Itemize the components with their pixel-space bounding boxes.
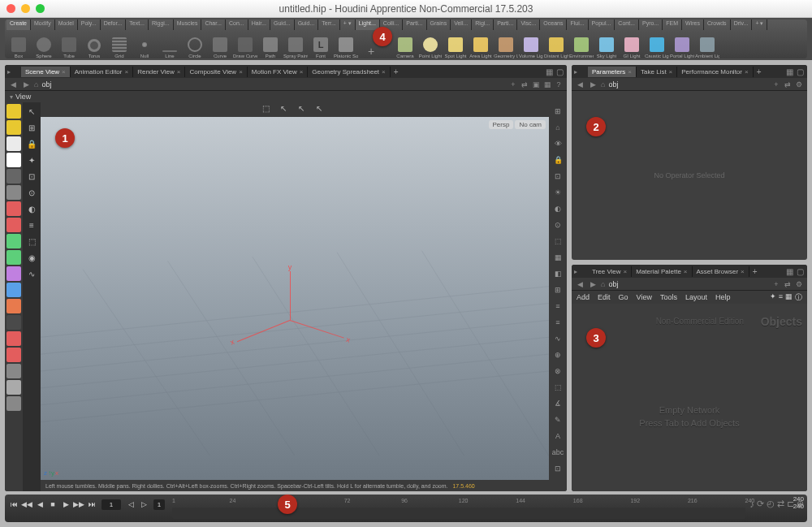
snap-tool-9[interactable]: ◉: [24, 250, 39, 265]
forward-button[interactable]: ▶: [21, 80, 31, 89]
first-frame-button[interactable]: ⏮: [8, 499, 19, 510]
pane-menu-icon[interactable]: ▦: [786, 267, 793, 276]
shelf-tool-distant-light[interactable]: Distant Light: [544, 32, 568, 58]
back-button[interactable]: ◀: [575, 279, 585, 289]
close-icon[interactable]: ×: [628, 68, 632, 76]
prev-frame-button[interactable]: ◀◀: [21, 499, 32, 510]
display-opt-12[interactable]: ≡: [551, 299, 565, 313]
left-tool-17[interactable]: [6, 380, 21, 395]
display-opt-8[interactable]: ⬚: [551, 234, 565, 248]
minimize-icon[interactable]: [21, 4, 30, 13]
shelf-tool-portal-light[interactable]: Portal Light: [670, 32, 694, 58]
snap-tool-4[interactable]: ⊡: [24, 169, 39, 184]
shelf-tool-environment-light[interactable]: Environment Light: [569, 32, 594, 58]
stop-button[interactable]: ■: [47, 499, 58, 510]
shelf-tab[interactable]: Guid...: [295, 19, 319, 30]
params-path[interactable]: obj: [608, 80, 618, 89]
display-opt-13[interactable]: ≡: [551, 315, 565, 330]
close-icon[interactable]: ×: [239, 68, 243, 76]
display-opt-2[interactable]: 👁: [551, 136, 565, 151]
snap-tool-7[interactable]: ≡: [24, 218, 39, 232]
display-opt-7[interactable]: ⊙: [551, 218, 565, 232]
shelf-tab[interactable]: Modify: [31, 19, 55, 30]
shelf-tab[interactable]: Rigi...: [472, 19, 494, 30]
next-frame-button[interactable]: ▶▶: [73, 499, 84, 510]
shelf-tool-spray-paint[interactable]: Spray Paint: [283, 32, 308, 58]
display-opt-3[interactable]: 🔒: [551, 153, 565, 167]
shelf-tab[interactable]: Popul...: [589, 19, 615, 30]
render-icon[interactable]: ▣: [531, 80, 541, 89]
shelf-tab[interactable]: Text...: [126, 19, 149, 30]
left-tool-14[interactable]: [6, 331, 21, 346]
pane-max-icon[interactable]: ▢: [797, 267, 804, 276]
left-tool-2[interactable]: [6, 136, 21, 151]
close-icon[interactable]: ×: [684, 268, 688, 275]
shelf-tab[interactable]: Driv...: [731, 19, 753, 30]
left-tool-5[interactable]: [6, 185, 21, 200]
display-opt-18[interactable]: ∡: [551, 396, 565, 411]
pin-icon[interactable]: +: [508, 80, 518, 89]
close-icon[interactable]: ×: [669, 68, 673, 76]
display-opt-15[interactable]: ⊕: [551, 348, 565, 362]
left-tool-11[interactable]: [6, 283, 21, 297]
snap-tool-2[interactable]: 🔒: [24, 136, 39, 151]
shelf-tab[interactable]: Oceans: [540, 19, 567, 30]
shelf-add-icon[interactable]: + ▾: [752, 19, 767, 30]
left-tool-15[interactable]: [6, 348, 21, 362]
shelf-tab[interactable]: Muscles: [174, 19, 202, 30]
shelf-tab[interactable]: Vell...: [451, 19, 472, 30]
viewport[interactable]: Persp No cam z↑yx: [41, 117, 549, 480]
display-opt-16[interactable]: ⊗: [551, 364, 565, 378]
snap-tool-8[interactable]: ⬚: [24, 234, 39, 248]
display-opt-11[interactable]: ⊞: [551, 283, 565, 297]
link-icon[interactable]: ⇄: [783, 80, 793, 89]
tab-scene-view[interactable]: Scene View×: [21, 67, 71, 77]
clock-icon[interactable]: ◴: [767, 499, 775, 509]
shelf-tool-ambient-light[interactable]: Ambient Light: [695, 32, 719, 58]
display-opt-1[interactable]: ⌂: [551, 120, 565, 135]
display-opt-0[interactable]: ⊞: [551, 104, 565, 119]
back-button[interactable]: ◀: [8, 80, 18, 89]
tab-arrow-icon[interactable]: ▸: [7, 66, 19, 77]
snap-tool-3[interactable]: ✦: [24, 153, 39, 167]
left-tool-10[interactable]: [6, 266, 21, 281]
play-button[interactable]: ▶: [60, 499, 71, 510]
gear-icon[interactable]: ⚙: [794, 80, 804, 89]
shelf-tool-circle[interactable]: Circle: [183, 32, 207, 58]
snap-tool-1[interactable]: ⊞: [24, 120, 39, 135]
play-back-button[interactable]: ◀: [34, 499, 45, 510]
pane-menu-icon[interactable]: ▦: [546, 67, 553, 76]
realtime-icon[interactable]: ⟳: [757, 499, 764, 509]
left-tool-6[interactable]: [6, 201, 21, 216]
menu-layout[interactable]: Layout: [685, 293, 707, 301]
shelf-tab[interactable]: Parti...: [403, 19, 426, 30]
tab-geometry-spreadsheet[interactable]: Geometry Spreadsheet×: [308, 67, 390, 77]
shelf-tool-null[interactable]: Null: [132, 32, 157, 58]
wrench-icon[interactable]: ✦: [770, 292, 776, 303]
shelf-tab[interactable]: Riggi...: [149, 19, 174, 30]
shelf-tab[interactable]: Hair...: [248, 19, 270, 30]
shelf-tool-point-light[interactable]: Point Light: [418, 32, 443, 58]
close-icon[interactable]: [6, 4, 15, 13]
display-opt-22[interactable]: ⊡: [551, 461, 565, 476]
start-frame[interactable]: 1: [153, 499, 165, 510]
shelf-tool-sky-light[interactable]: Sky Light: [594, 32, 619, 58]
snap-tool-6[interactable]: ◐: [24, 201, 39, 216]
back-button[interactable]: ◀: [575, 80, 585, 89]
frame-range[interactable]: 240 240: [793, 496, 804, 511]
tab-render-view[interactable]: Render View×: [133, 67, 185, 77]
left-tool-7[interactable]: [6, 218, 21, 232]
left-tool-13[interactable]: [6, 315, 21, 330]
network-editor[interactable]: Non-Commercial Edition Objects Empty Net…: [572, 304, 807, 491]
left-tool-4[interactable]: [6, 169, 21, 184]
shelf-tool-path[interactable]: Path: [258, 32, 283, 58]
shelf-tab[interactable]: Model: [55, 19, 78, 30]
tab-animation-editor[interactable]: Animation Editor×: [71, 67, 133, 77]
network-path[interactable]: obj: [608, 280, 618, 288]
tab-motion-fx-view[interactable]: Motion FX View×: [248, 67, 309, 77]
list-icon[interactable]: ≡: [779, 292, 783, 303]
shelf-tool-torus[interactable]: Torus: [82, 32, 106, 58]
shelf-tab[interactable]: Char...: [201, 19, 226, 30]
cursor-icon[interactable]: ↖: [280, 104, 292, 115]
tab-asset-browser[interactable]: Asset Browser×: [693, 266, 749, 277]
